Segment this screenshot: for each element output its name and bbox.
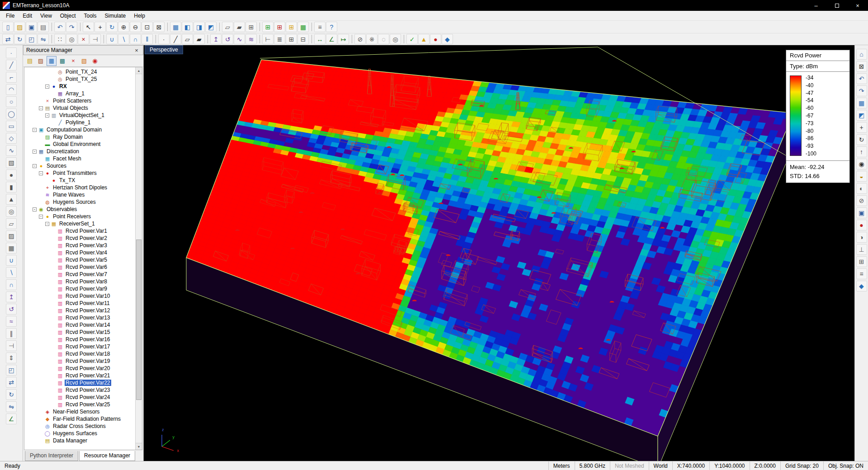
power-view-button[interactable]: ⊞ [286, 22, 297, 32]
mesh-tool-button[interactable]: ▦ [6, 243, 17, 254]
scale-tool-button[interactable]: ◰ [6, 365, 17, 376]
tree-item-rcvd-power-var17[interactable]: ▥Rcvd Power.Var17 [24, 343, 135, 350]
revolve-tool-button[interactable]: ↺ [222, 34, 233, 44]
sweep-tool-button[interactable]: ∿ [234, 34, 245, 44]
arc-tool-button[interactable]: ◠ [6, 84, 17, 95]
restore-button[interactable] [826, 0, 847, 11]
tree-item-point-scatterers[interactable]: ×Point Scatterers [24, 97, 135, 104]
close-button[interactable]: × [847, 0, 868, 11]
revolve-tool-button[interactable]: ↺ [6, 304, 17, 315]
view-ortho-button[interactable]: ▦ [856, 98, 867, 108]
tree-item-point-receivers[interactable]: -●Point Receivers [24, 213, 135, 220]
explode-view-button[interactable]: ※ [366, 34, 377, 44]
field-view-button[interactable]: ▦ [297, 22, 309, 32]
tree-item-hertzian-short-dipoles[interactable]: +Hertzian Short Dipoles [24, 184, 135, 191]
tree-item-virtualobjectset-1[interactable]: -▥VirtualObjectSet_1 [24, 112, 135, 119]
intersect-tool-button[interactable]: ∩ [6, 279, 17, 290]
group-tool-button[interactable]: ⊞ [286, 34, 297, 44]
pan-tool-button[interactable]: + [94, 22, 106, 32]
tree-item-rcvd-power-var7[interactable]: ▥Rcvd Power.Var7 [24, 271, 135, 278]
rectangle-tool-button[interactable]: ▭ [6, 121, 17, 132]
view-top-button[interactable]: ▦ [170, 22, 181, 32]
tree-item-point-transmitters[interactable]: -●Point Transmitters [24, 169, 135, 177]
tree-item-rcvd-power-var16[interactable]: ▥Rcvd Power.Var16 [24, 336, 135, 343]
shadow-toggle-button[interactable]: ◐ [856, 183, 867, 194]
surface-tool-button[interactable]: ▨ [6, 230, 17, 241]
clip-plane-button[interactable]: ⊘ [856, 195, 867, 206]
cone-tool-button[interactable]: ▲ [6, 194, 17, 205]
tree-expander-minus[interactable]: - [45, 85, 49, 89]
tree-item-rx[interactable]: -●RX [24, 83, 135, 90]
hide-object-button[interactable]: ◌ [378, 34, 389, 44]
view-reset-button[interactable]: ⌂ [856, 49, 867, 60]
tree-item-rcvd-power-var5[interactable]: ▥Rcvd Power.Var5 [24, 256, 135, 263]
zoom-window-button[interactable]: ⊡ [142, 22, 153, 32]
tree-item-plane-waves[interactable]: ≋Plane Waves [24, 191, 135, 198]
settings-button[interactable]: ≡ [856, 268, 867, 279]
tree-scrollbar[interactable]: ▲ ▼ [135, 67, 142, 450]
tree-item-rcvd-power-var13[interactable]: ▥Rcvd Power.Var13 [24, 314, 135, 321]
tree-item-observables[interactable]: -◉Observables [24, 206, 135, 213]
tree-item-data-manager[interactable]: ▤Data Manager [24, 437, 135, 444]
subtract-tool-button[interactable]: ∖ [6, 267, 17, 278]
display-wireframe-button[interactable]: ▱ [222, 22, 233, 32]
point-tool-button[interactable]: ∙ [6, 47, 17, 58]
loft-tool-button[interactable]: ≋ [245, 34, 257, 44]
domain-view-button[interactable]: ▩ [57, 56, 67, 66]
geometry-view-button[interactable]: ▦ [47, 56, 57, 66]
tree-item-rcvd-power-var12[interactable]: ▥Rcvd Power.Var12 [24, 307, 135, 314]
project-view-button[interactable]: ▤ [25, 56, 35, 66]
info-button[interactable]: ◆ [856, 281, 867, 291]
mirror-tool-button[interactable]: ⇋ [6, 401, 17, 412]
cylinder-tool-button[interactable]: ▮ [6, 182, 17, 193]
tree-item-point-tx-24[interactable]: ◎Point_TX_24 [24, 68, 135, 75]
errors-button[interactable]: ● [430, 34, 441, 44]
record-button[interactable]: ● [856, 220, 867, 230]
tree-item-rcvd-power-var18[interactable]: ▥Rcvd Power.Var18 [24, 350, 135, 357]
walk-view-button[interactable]: ↑ [856, 146, 867, 157]
grid-toggle-button[interactable]: ⊞ [856, 256, 867, 267]
new-file-button[interactable]: ▯ [2, 22, 14, 32]
move-tool-button[interactable]: ⇄ [2, 34, 14, 44]
align-tool-button[interactable]: ⊢ [262, 34, 274, 44]
display-shaded-button[interactable]: ▰ [234, 22, 245, 32]
array-polar-button[interactable]: ◎ [66, 34, 77, 44]
tree-expander-minus[interactable]: - [45, 113, 49, 118]
tree-item-computational-domain[interactable]: -▣Computational Domain [24, 126, 135, 133]
panel-tab-python-interpreter[interactable]: Python Interpreter [25, 451, 78, 461]
measure-angle-button[interactable]: ∠ [326, 34, 337, 44]
menu-simulate[interactable]: Simulate [101, 11, 130, 20]
tree-item-rcvd-power-var6[interactable]: ▥Rcvd Power.Var6 [24, 263, 135, 271]
tree-item-virtual-objects[interactable]: -▤Virtual Objects [24, 104, 135, 112]
info-button[interactable]: ◆ [442, 34, 453, 44]
3d-scene-canvas[interactable] [144, 45, 854, 461]
tree-item-far-field-radiation-patterns[interactable]: ◆Far-Field Radiation Patterns [24, 415, 135, 423]
torus-tool-button[interactable]: ◎ [6, 206, 17, 217]
menu-tools[interactable]: Tools [80, 11, 101, 20]
menu-object[interactable]: Object [56, 11, 80, 20]
spline-tool-button[interactable]: ∿ [6, 145, 17, 156]
tree-item-rcvd-power-var2[interactable]: ▥Rcvd Power.Var2 [24, 235, 135, 242]
axes-toggle-button[interactable]: ⊥ [856, 244, 867, 255]
tree-item-global-environment[interactable]: ▬Global Environment [24, 141, 135, 148]
tree-item-array-1[interactable]: ▦Array_1 [24, 90, 135, 97]
view-side-button[interactable]: ◨ [193, 22, 205, 32]
rotate-tool-button[interactable]: ↻ [6, 389, 17, 400]
tree-item-radar-cross-sections[interactable]: ◎Radar Cross Sections [24, 423, 135, 430]
tree-expander-minus[interactable]: - [33, 150, 37, 154]
subtract-tool-button[interactable]: ∖ [118, 34, 129, 44]
tree-item-point-tx-25[interactable]: ◎Point_TX_25 [24, 75, 135, 83]
sources-view-button[interactable]: × [68, 56, 78, 66]
menu-view[interactable]: View [36, 11, 56, 20]
tree-item-rcvd-power-var15[interactable]: ▥Rcvd Power.Var15 [24, 329, 135, 336]
tree-expander-minus[interactable]: - [33, 128, 37, 132]
tree-item-huygens-sources[interactable]: ◍Huygens Sources [24, 198, 135, 206]
plane-tool-button[interactable]: ▱ [6, 218, 17, 229]
circle-tool-button[interactable]: ○ [6, 96, 17, 107]
orbit-view-button[interactable]: ↻ [856, 134, 867, 145]
help-tool-button[interactable]: ? [326, 22, 337, 32]
tree-item-receiverset-1[interactable]: -▦ReceiverSet_1 [24, 220, 135, 227]
tree-item-rcvd-power-var9[interactable]: ▥Rcvd Power.Var9 [24, 285, 135, 292]
tree-item-rcvd-power-var19[interactable]: ▥Rcvd Power.Var19 [24, 357, 135, 365]
tree-expander-minus[interactable]: - [33, 164, 37, 168]
